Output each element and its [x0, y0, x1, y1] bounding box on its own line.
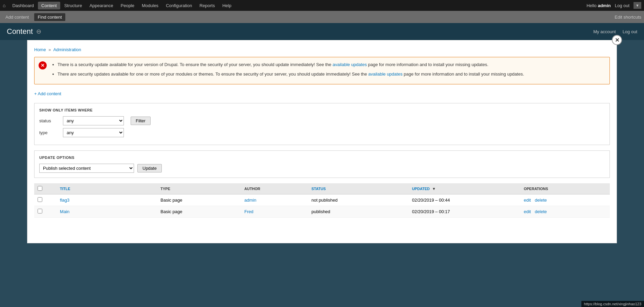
row-2-ops-cell: edit delete [520, 206, 610, 218]
th-checkbox [34, 183, 57, 195]
nav-dashboard[interactable]: Dashboard [9, 2, 37, 9]
filter-status-select[interactable]: any published not published [63, 116, 124, 125]
row-1-checkbox[interactable] [38, 197, 42, 202]
update-action-select[interactable]: Publish selected content Unpublish selec… [39, 164, 134, 173]
filter-section-title: SHOW ONLY ITEMS WHERE [39, 108, 605, 112]
row-1-checkbox-cell [34, 195, 57, 206]
row-2-updated-cell: 02/20/2019 – 00:17 [408, 206, 520, 218]
updated-sort-arrow: ▼ [432, 187, 436, 191]
nav-people[interactable]: People [117, 2, 138, 9]
filter-status-label: status [39, 118, 60, 123]
content-table: TITLE TYPE AUTHOR STATUS UPDATED ▼ [34, 183, 610, 218]
page-title-toggle-icon[interactable]: ⊖ [36, 28, 41, 35]
th-updated[interactable]: UPDATED ▼ [408, 183, 520, 195]
th-author: AUTHOR [241, 183, 308, 195]
nav-configuration[interactable]: Configuration [162, 2, 195, 9]
home-icon[interactable]: ⌂ [3, 3, 5, 8]
th-type: TYPE [157, 183, 241, 195]
th-status[interactable]: STATUS [308, 183, 408, 195]
select-all-checkbox[interactable] [38, 186, 42, 191]
row-2-checkbox[interactable] [38, 209, 42, 213]
breadcrumb-current: Administration [53, 47, 81, 52]
row-1-ops-cell: edit delete [520, 195, 610, 206]
nav-reports[interactable]: Reports [196, 2, 218, 9]
row-1-delete-link[interactable]: delete [535, 198, 547, 203]
nav-content[interactable]: Content [38, 2, 60, 9]
filter-type-select[interactable]: any Basic page Article [63, 128, 124, 137]
table-header: TITLE TYPE AUTHOR STATUS UPDATED ▼ [34, 183, 610, 195]
nav-structure[interactable]: Structure [61, 2, 86, 9]
table-header-row: TITLE TYPE AUTHOR STATUS UPDATED ▼ [34, 183, 610, 195]
row-1-updated-cell: 02/20/2019 – 00:44 [408, 195, 520, 206]
add-content-link-area: + Add content [34, 91, 610, 96]
th-operations: OPERATIONS [520, 183, 610, 195]
alert-link-2[interactable]: available updates [368, 71, 402, 77]
logout-link[interactable]: Log out [615, 3, 629, 8]
update-button[interactable]: Update [137, 164, 162, 172]
table-row: flag3 Basic page admin not published 02/… [34, 195, 610, 206]
top-nav-right: Hello admin Log out ▼ [586, 2, 641, 9]
alert-error-icon: ✕ [39, 61, 47, 69]
row-1-type-cell: Basic page [157, 195, 241, 206]
update-options-row: Publish selected content Unpublish selec… [39, 164, 605, 173]
alert-link-1[interactable]: available updates [333, 62, 367, 67]
close-button[interactable]: ✕ [612, 35, 622, 45]
add-content-link[interactable]: + Add content [34, 91, 61, 96]
filter-type-row: type any Basic page Article [39, 128, 605, 137]
filter-status-row: status any published not published Filte… [39, 116, 605, 125]
find-content-toolbar-button[interactable]: Find content [34, 13, 65, 21]
filter-button[interactable]: Filter [131, 117, 151, 125]
secondary-toolbar: Add content Find content Edit shortcuts [0, 11, 644, 23]
plus-icon: + [34, 91, 37, 96]
nav-menu: Dashboard Content Structure Appearance P… [9, 2, 586, 9]
row-2-edit-link[interactable]: edit [524, 209, 531, 214]
nav-dropdown-button[interactable]: ▼ [634, 2, 641, 9]
filter-type-label: type [39, 130, 60, 135]
breadcrumb: Home » Administration [34, 47, 610, 52]
footer-url: https://blog.csdn.net/xingjinhao123 [584, 302, 641, 306]
table-body: flag3 Basic page admin not published 02/… [34, 195, 610, 218]
top-navigation: ⌂ Dashboard Content Structure Appearance… [0, 0, 644, 11]
row-1-title-cell: flag3 [57, 195, 157, 206]
row-1-author-link[interactable]: admin [244, 198, 256, 203]
secondary-toolbar-left: Add content Find content [3, 13, 65, 21]
row-2-status-cell: published [308, 206, 408, 218]
breadcrumb-home[interactable]: Home [34, 47, 46, 52]
filter-section: SHOW ONLY ITEMS WHERE status any publish… [34, 103, 610, 145]
alert-item-2: There are security updates available for… [58, 71, 605, 78]
row-2-author-link[interactable]: Fred [244, 209, 253, 214]
page-header-band: Content ⊖ My account Log out [0, 23, 644, 40]
header-right-links: My account Log out [593, 29, 637, 34]
row-2-type-cell: Basic page [157, 206, 241, 218]
nav-appearance[interactable]: Appearance [86, 2, 116, 9]
update-options-section: UPDATE OPTIONS Publish selected content … [34, 150, 610, 178]
row-2-delete-link[interactable]: delete [535, 209, 547, 214]
row-2-author-cell: Fred [241, 206, 308, 218]
nav-help[interactable]: Help [219, 2, 235, 9]
row-1-author-cell: admin [241, 195, 308, 206]
breadcrumb-separator: » [48, 47, 51, 52]
page-background: Content ⊖ My account Log out Drupal Site… [0, 23, 644, 307]
nav-modules[interactable]: Modules [138, 2, 162, 9]
main-content-panel: ✕ Home » Administration ✕ There is a sec… [27, 40, 617, 243]
row-2-title-link[interactable]: Main [60, 209, 69, 214]
page-title: Content [7, 27, 33, 36]
page-title-area: Content ⊖ [7, 27, 41, 36]
row-2-title-cell: Main [57, 206, 157, 218]
row-2-checkbox-cell [34, 206, 57, 218]
row-1-status-cell: not published [308, 195, 408, 206]
edit-shortcuts-button[interactable]: Edit shortcuts [615, 15, 641, 20]
update-section-title: UPDATE OPTIONS [39, 156, 605, 160]
add-content-toolbar-button[interactable]: Add content [3, 13, 31, 21]
row-1-title-link[interactable]: flag3 [60, 198, 69, 203]
row-1-edit-link[interactable]: edit [524, 198, 531, 203]
alert-box: ✕ There is a security update available f… [34, 57, 610, 84]
table-row: Main Basic page Fred published 02/20/201… [34, 206, 610, 218]
hello-greeting: Hello admin [586, 3, 611, 8]
header-logout-link[interactable]: Log out [623, 29, 637, 34]
alert-item-1: There is a security update available for… [58, 61, 605, 68]
my-account-link[interactable]: My account [593, 29, 616, 34]
page-footer: https://blog.csdn.net/xingjinhao123 [581, 301, 644, 307]
alert-list: There is a security update available for… [51, 61, 605, 77]
th-title[interactable]: TITLE [57, 183, 157, 195]
